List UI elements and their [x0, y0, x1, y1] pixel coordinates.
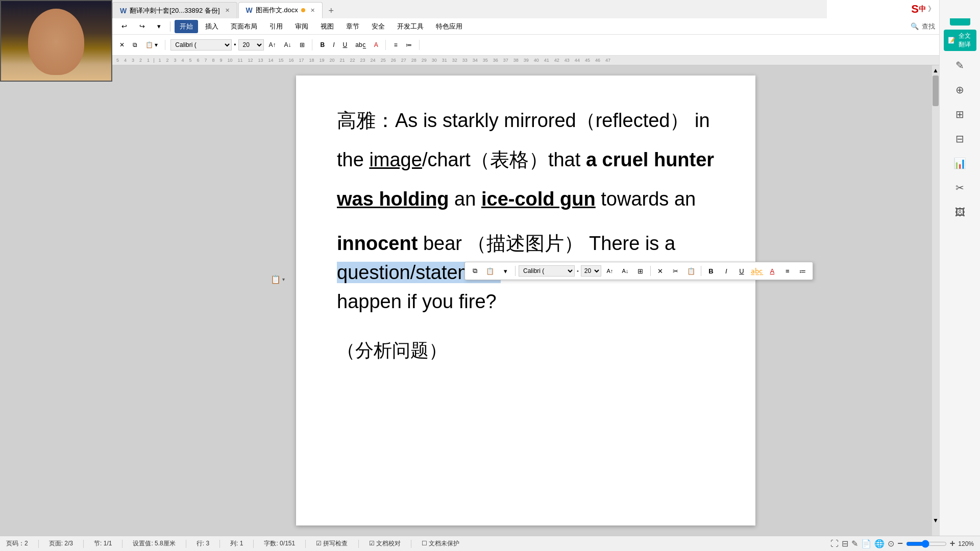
- ribbon-tab-insert[interactable]: 插入: [200, 20, 224, 33]
- reading-mode-button[interactable]: 📄: [861, 539, 871, 548]
- paste-button[interactable]: 📋 ▾: [142, 40, 161, 50]
- ft-bold-button[interactable]: B: [704, 264, 718, 278]
- zoom-level[interactable]: 120%: [958, 540, 974, 547]
- zoom-slider[interactable]: [906, 540, 947, 548]
- font-size-select[interactable]: 20: [238, 39, 264, 51]
- ft-underline-button[interactable]: U: [735, 264, 748, 278]
- ribbon: ↩ ↪ ▾ 开始 插入 页面布局 引用 审阅 视图 章节 安全 开发工具 特色应…: [112, 18, 939, 56]
- ribbon-tab-dev[interactable]: 开发工具: [392, 20, 429, 33]
- sidebar-chart-icon[interactable]: 📊: [950, 153, 970, 173]
- copy-button[interactable]: ⧉: [130, 40, 140, 50]
- zoom-in-button[interactable]: +: [950, 538, 955, 549]
- align-button[interactable]: ≡: [391, 40, 401, 50]
- tab-backup-close[interactable]: ✕: [225, 7, 230, 14]
- status-spell[interactable]: ☑ 拼写检查: [316, 539, 348, 548]
- ft-delete-button[interactable]: ✕: [654, 264, 667, 278]
- wps-punctuation: 》: [928, 5, 935, 14]
- status-section: 节: 1/1: [94, 539, 112, 548]
- ft-copy-button[interactable]: ⧉: [468, 264, 481, 278]
- ribbon-tab-review[interactable]: 审阅: [290, 20, 313, 33]
- list-button[interactable]: ≔: [403, 40, 415, 50]
- wps-logo-zh: 中: [919, 5, 926, 14]
- ft-sep2: [650, 266, 651, 276]
- para3-ice-cold-gun: ice-cold gun: [481, 188, 596, 210]
- ribbon-tab-home[interactable]: 开始: [175, 20, 198, 33]
- ft-shrink-button[interactable]: A↓: [619, 264, 632, 278]
- sidebar-grid-icon[interactable]: ⊞: [950, 104, 970, 124]
- ft-list-button[interactable]: ≔: [796, 264, 810, 278]
- tab-main[interactable]: W 图画作文.docx ✕: [238, 2, 323, 18]
- tab-main-close[interactable]: ✕: [310, 7, 315, 14]
- ribbon-tab-security[interactable]: 安全: [366, 20, 390, 33]
- ft-more-button[interactable]: ▾: [499, 264, 512, 278]
- ribbon-tab-undo[interactable]: ↩: [116, 20, 132, 32]
- ft-cut-button[interactable]: ✂: [669, 264, 682, 278]
- split-view-button[interactable]: ⊟: [842, 539, 848, 548]
- paragraph-2: the image/chart（表格）that a cruel hunter: [337, 145, 715, 174]
- italic-button[interactable]: I: [330, 40, 337, 50]
- scrollbar-thumb[interactable]: [933, 76, 939, 106]
- sidebar-scissors-icon[interactable]: ✂: [950, 178, 970, 198]
- zoom-out-button[interactable]: −: [897, 538, 903, 549]
- fullscreen-button[interactable]: ⛶: [830, 539, 839, 548]
- style-button[interactable]: ⊞: [297, 40, 308, 50]
- grow-font-button[interactable]: A↑: [266, 40, 279, 50]
- ft-highlight-button[interactable]: a̲b̲c̲: [750, 264, 764, 278]
- para3-an: an: [449, 188, 481, 210]
- status-review[interactable]: ☑ 文档校对: [369, 539, 401, 548]
- tab-add-button[interactable]: +: [324, 3, 339, 18]
- ribbon-tab-redo[interactable]: ↪: [134, 20, 150, 32]
- underline-button[interactable]: U: [340, 40, 351, 50]
- search-label[interactable]: 查找: [922, 22, 935, 31]
- paste-margin-icon[interactable]: 📋 ▾: [271, 274, 285, 284]
- ft-fontcolor-button[interactable]: A: [766, 264, 779, 278]
- sidebar-edit-icon[interactable]: ✎: [950, 55, 970, 76]
- ft-grow-button[interactable]: A↑: [603, 264, 617, 278]
- floating-toolbar: ⧉ 📋 ▾ Calibri ( • 20 A↑ A↓ ⊞ ✕ ✂ 📋 B I U…: [464, 262, 813, 280]
- font-color-button[interactable]: A: [371, 40, 381, 50]
- sidebar-add-icon[interactable]: ⊕: [950, 80, 970, 100]
- ft-style-button[interactable]: ⊞: [634, 264, 647, 278]
- tab-backup[interactable]: W 翻译冲刺十套[20...33892 备份] ✕: [112, 2, 237, 18]
- para7-analysis: （分析问题）: [337, 340, 447, 361]
- web-mode-button[interactable]: 🌐: [874, 539, 885, 548]
- translate-all-button[interactable]: 📝 全文翻译: [944, 30, 976, 51]
- status-bar: 页码：2 页面: 2/3 节: 1/1 设置值: 5.8厘米 行: 3 列: 1…: [0, 536, 980, 551]
- shrink-font-button[interactable]: A↓: [281, 40, 295, 50]
- focus-mode-button[interactable]: ⊙: [888, 539, 894, 548]
- tab-main-label: 图画作文.docx: [256, 6, 298, 15]
- ft-align-button[interactable]: ≡: [781, 264, 794, 278]
- font-name-select[interactable]: Calibri (: [170, 39, 232, 51]
- bold-button[interactable]: B: [317, 40, 328, 50]
- ribbon-tab-view[interactable]: 视图: [315, 20, 339, 33]
- status-protect[interactable]: ☐ 文档未保护: [422, 539, 459, 548]
- highlight-button[interactable]: abc̲: [352, 40, 369, 50]
- ft-paste-button[interactable]: 📋: [483, 264, 497, 278]
- clipboard-group: ✕ ⧉ 📋 ▾: [116, 40, 165, 50]
- document-page[interactable]: 高雅：As is starkly mirrored（reflected） in …: [296, 76, 755, 525]
- sidebar-table-icon[interactable]: ⊟: [950, 129, 970, 149]
- status-position: 设置值: 5.8厘米: [133, 539, 175, 548]
- vertical-scrollbar[interactable]: ▲ ▼: [932, 65, 939, 536]
- ribbon-tab-features[interactable]: 特色应用: [431, 20, 468, 33]
- ft-font-select[interactable]: Calibri (: [519, 265, 575, 277]
- scrollbar-up[interactable]: ▲: [932, 65, 939, 76]
- status-sep5: [219, 540, 220, 548]
- ribbon-tab-more[interactable]: ▾: [152, 20, 166, 32]
- ribbon-sep: [170, 21, 170, 32]
- sidebar-image-icon[interactable]: 🖼: [950, 202, 970, 222]
- paragraph-6: happen if you fire?: [337, 287, 715, 316]
- ft-paste2-button[interactable]: 📋: [684, 264, 698, 278]
- status-sep1: [38, 540, 39, 548]
- cut-button[interactable]: ✕: [116, 40, 128, 50]
- ribbon-tab-chapter[interactable]: 章节: [341, 20, 364, 33]
- ft-font-size-select[interactable]: 20: [581, 265, 601, 277]
- edit-mode-button[interactable]: ✎: [851, 539, 858, 548]
- right-sidebar: A 📝 全文翻译 ✎ ⊕ ⊞ ⊟ 📊 ✂ 🖼: [939, 0, 980, 551]
- ribbon-tab-ref[interactable]: 引用: [264, 20, 288, 33]
- scrollbar-down[interactable]: ▼: [932, 515, 939, 525]
- wps-logo-s: S: [911, 3, 919, 16]
- ft-italic-button[interactable]: I: [720, 264, 733, 278]
- document-area[interactable]: 高雅：As is starkly mirrored（reflected） in …: [112, 65, 939, 536]
- ribbon-tab-layout[interactable]: 页面布局: [226, 20, 262, 33]
